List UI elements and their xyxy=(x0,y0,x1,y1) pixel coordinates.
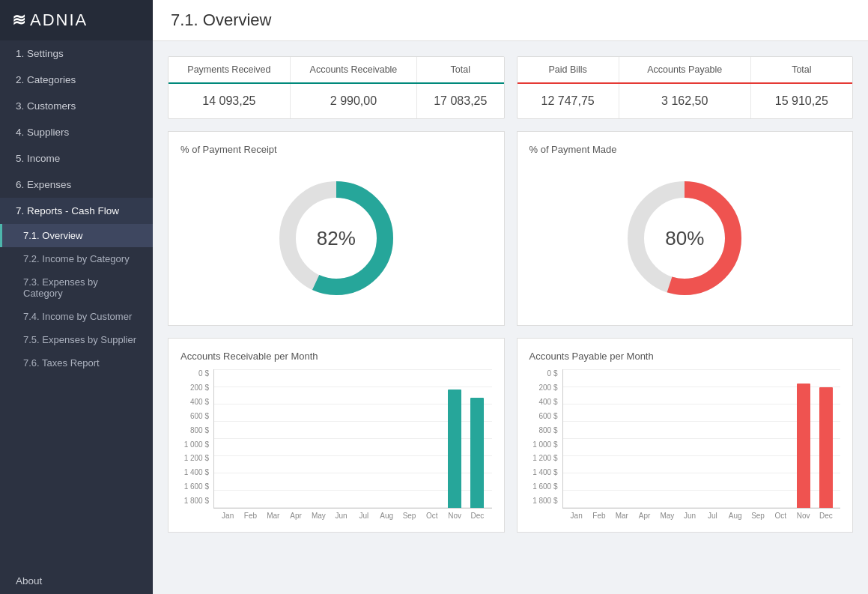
x-label: Nov xyxy=(792,512,814,520)
donut-receipt-label: 82% xyxy=(317,226,356,249)
x-label: Apr xyxy=(285,512,307,520)
logo-icon: ≋ xyxy=(12,10,24,30)
sidebar-item-reports-cashflow[interactable]: 7. Reports - Cash Flow xyxy=(0,198,153,224)
page-header: 7.1. Overview xyxy=(153,0,868,41)
income-val3: 17 083,25 xyxy=(417,83,504,118)
bar-col xyxy=(443,369,466,508)
sidebar-subitem-income-category[interactable]: 7.2. Income by Category xyxy=(0,247,153,270)
expense-val3: 15 910,25 xyxy=(750,83,852,118)
y-label: 600 $ xyxy=(190,412,209,420)
x-label: Sep xyxy=(398,512,420,520)
donut-made-wrap: 80% xyxy=(617,171,752,306)
expense-col1-header: Paid Bills xyxy=(518,57,619,83)
bar-col xyxy=(792,369,815,508)
bar-receivable-card: Accounts Receivable per Month 1 800 $1 6… xyxy=(168,338,505,533)
logo: ≋ ADNIA xyxy=(0,0,153,40)
income-val2: 2 990,00 xyxy=(290,83,416,118)
bar-col xyxy=(679,369,702,508)
bar-col xyxy=(217,369,240,508)
bars-area: JanFebMarAprMayJunJulAugSepOctNovDec xyxy=(213,369,492,520)
x-label: Dec xyxy=(466,512,488,520)
bar-col xyxy=(330,369,353,508)
bar-payable-card: Accounts Payable per Month 1 800 $1 600 … xyxy=(517,338,854,533)
bar-inner: 1 800 $1 600 $1 400 $1 200 $1 000 $800 $… xyxy=(529,369,841,520)
bar-col xyxy=(353,369,375,508)
x-labels: JanFebMarAprMayJunJulAugSepOctNovDec xyxy=(562,509,841,520)
donut-made-title: % of Payment Made xyxy=(529,144,841,155)
sidebar-item-settings[interactable]: 1. Settings xyxy=(0,40,153,67)
bar-col xyxy=(589,369,611,508)
x-label: Jul xyxy=(353,512,375,520)
bars-grid xyxy=(562,369,841,509)
sidebar-subitem-income-customer[interactable]: 7.4. Income by Customer xyxy=(0,305,153,328)
expense-summary-table: Paid Bills Accounts Payable Total 12 747… xyxy=(517,56,854,119)
sidebar-subitem-expenses-supplier[interactable]: 7.5. Expenses by Supplier xyxy=(0,328,153,351)
bar-col xyxy=(611,369,634,508)
bar-col xyxy=(285,369,308,508)
x-label: Jan xyxy=(565,512,588,520)
x-label: Sep xyxy=(747,512,769,520)
sidebar-subitem-taxes-report[interactable]: 7.6. Taxes Report xyxy=(0,351,153,375)
x-label: Oct xyxy=(421,512,443,520)
main-content: 7.1. Overview Payments Received Accounts… xyxy=(153,0,868,594)
sidebar-item-suppliers[interactable]: 4. Suppliers xyxy=(0,119,153,145)
bar xyxy=(797,384,810,509)
bar-col xyxy=(308,369,330,508)
x-label: Apr xyxy=(633,512,655,520)
income-val1: 14 093,25 xyxy=(169,83,290,118)
y-label: 400 $ xyxy=(538,398,557,406)
donut-receipt-card: % of Payment Receipt 82% xyxy=(168,131,505,326)
sidebar-item-customers[interactable]: 3. Customers xyxy=(0,93,153,119)
x-label: Jul xyxy=(701,512,723,520)
x-label: Dec xyxy=(815,512,837,520)
y-label: 1 000 $ xyxy=(532,440,557,449)
y-label: 200 $ xyxy=(538,384,557,392)
y-label: 1 600 $ xyxy=(184,482,209,491)
sidebar-item-expenses[interactable]: 6. Expenses xyxy=(0,172,153,198)
sidebar-item-about[interactable]: About xyxy=(0,568,153,594)
y-label: 1 400 $ xyxy=(532,468,557,476)
x-label: Mar xyxy=(262,512,285,520)
y-label: 200 $ xyxy=(190,384,209,392)
bar-col xyxy=(566,369,589,508)
bar-col xyxy=(421,369,443,508)
sidebar-item-income[interactable]: 5. Income xyxy=(0,145,153,172)
income-summary-table: Payments Received Accounts Receivable To… xyxy=(168,56,505,119)
bar-col xyxy=(747,369,769,508)
expense-val2: 3 162,50 xyxy=(619,83,750,118)
income-col1-header: Payments Received xyxy=(169,57,290,83)
bar xyxy=(448,390,461,508)
donut-made-card: % of Payment Made 80% xyxy=(517,131,854,326)
bar-col xyxy=(375,369,398,508)
x-label: Jun xyxy=(330,512,352,520)
y-axis: 1 800 $1 600 $1 400 $1 200 $1 000 $800 $… xyxy=(180,369,213,520)
income-col3-header: Total xyxy=(417,57,504,83)
bar-payable-title: Accounts Payable per Month xyxy=(529,351,841,362)
bar-payable-area: 1 800 $1 600 $1 400 $1 200 $1 000 $800 $… xyxy=(529,369,841,520)
y-label: 800 $ xyxy=(190,426,209,434)
y-axis: 1 800 $1 600 $1 400 $1 200 $1 000 $800 $… xyxy=(529,369,562,520)
y-label: 1 000 $ xyxy=(184,440,209,449)
y-label: 0 $ xyxy=(547,369,558,378)
y-label: 400 $ xyxy=(190,398,209,406)
sidebar: ≋ ADNIA 1. Settings 2. Categories 3. Cus… xyxy=(0,0,153,594)
y-label: 1 800 $ xyxy=(532,497,557,505)
donut-receipt-title: % of Payment Receipt xyxy=(180,144,492,155)
logo-text: ADNIA xyxy=(30,10,88,30)
x-label: Jan xyxy=(216,512,239,520)
bars-row xyxy=(214,369,492,508)
sidebar-subitem-expenses-category[interactable]: 7.3. Expenses by Category xyxy=(0,270,153,305)
y-label: 1 200 $ xyxy=(184,454,209,462)
sidebar-item-categories[interactable]: 2. Categories xyxy=(0,67,153,93)
x-label: Nov xyxy=(443,512,466,520)
bar-col xyxy=(240,369,262,508)
bar-col xyxy=(398,369,421,508)
bars-area: JanFebMarAprMayJunJulAugSepOctNovDec xyxy=(562,369,841,520)
y-label: 1 600 $ xyxy=(532,482,557,491)
page-title: 7.1. Overview xyxy=(171,10,850,30)
bar-col xyxy=(769,369,792,508)
y-label: 1 800 $ xyxy=(184,497,209,505)
sidebar-subitem-overview[interactable]: 7.1. Overview xyxy=(0,224,153,247)
x-label: Aug xyxy=(375,512,398,520)
bar-col xyxy=(262,369,285,508)
